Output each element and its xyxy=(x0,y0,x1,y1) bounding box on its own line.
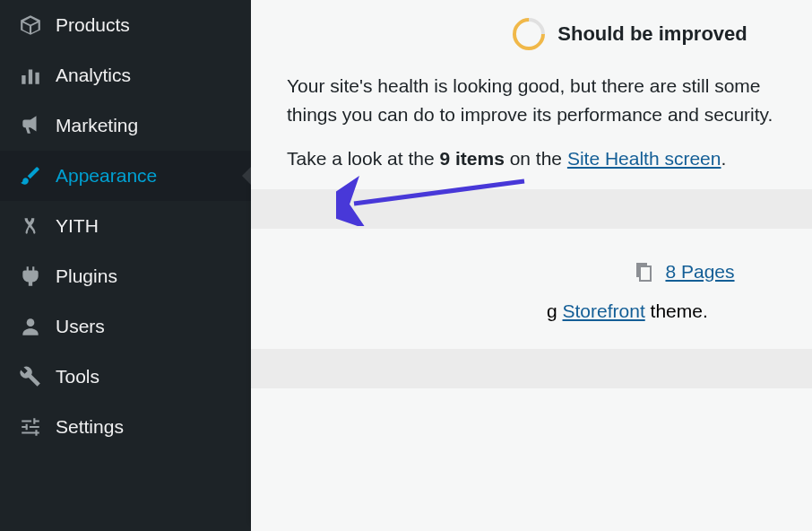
sidebar-item-settings[interactable]: Settings xyxy=(0,402,251,452)
sidebar-item-label: Users xyxy=(56,316,233,337)
sidebar-item-label: YITH xyxy=(56,215,233,237)
sidebar-item-label: Appearance xyxy=(56,165,233,187)
text: Take a look at the xyxy=(287,148,439,169)
sidebar-item-marketing[interactable]: Marketing xyxy=(0,100,251,151)
sidebar-item-label: Products xyxy=(56,14,233,36)
sidebar-item-products[interactable]: Products xyxy=(0,0,251,50)
sidebar-item-tools[interactable]: Tools xyxy=(0,352,251,402)
health-items-line: Take a look at the 9 items on the Site H… xyxy=(287,144,776,173)
wrench-icon xyxy=(18,364,43,389)
text: . xyxy=(721,148,726,169)
sidebar-item-plugins[interactable]: Plugins xyxy=(0,251,251,301)
pages-icon xyxy=(633,261,654,283)
sidebar-item-label: Settings xyxy=(56,416,233,438)
bar-chart-icon xyxy=(18,63,43,88)
sidebar-item-yith[interactable]: YITH xyxy=(0,201,251,251)
svg-rect-0 xyxy=(22,75,25,84)
main-content: Should be improved Your site's health is… xyxy=(251,0,812,531)
admin-sidebar: Products Analytics Marketing Appearance … xyxy=(0,0,251,531)
sidebar-item-analytics[interactable]: Analytics xyxy=(0,50,251,100)
sidebar-item-label: Analytics xyxy=(56,65,233,86)
pages-count-link[interactable]: 8 Pages xyxy=(665,261,734,283)
svg-rect-5 xyxy=(640,266,651,281)
yith-icon xyxy=(18,213,43,239)
site-health-link[interactable]: Site Health screen xyxy=(567,148,721,169)
pages-stat: 8 Pages xyxy=(592,243,776,300)
svg-rect-2 xyxy=(35,73,39,84)
theme-name-link[interactable]: Storefront xyxy=(563,300,645,321)
sliders-icon xyxy=(18,414,43,440)
megaphone-icon xyxy=(18,113,43,138)
sidebar-item-users[interactable]: Users xyxy=(0,301,251,352)
health-status-text: Should be improved xyxy=(557,22,747,46)
sidebar-item-label: Tools xyxy=(56,366,233,387)
box-icon xyxy=(18,13,43,38)
sidebar-item-appearance[interactable]: Appearance xyxy=(0,151,251,201)
health-progress-circle-icon xyxy=(506,12,552,57)
text: g xyxy=(547,300,563,321)
text: theme. xyxy=(645,300,708,321)
sidebar-item-label: Marketing xyxy=(56,115,233,136)
divider xyxy=(251,349,812,388)
plug-icon xyxy=(18,264,43,289)
brush-icon xyxy=(18,163,43,188)
items-count: 9 items xyxy=(439,148,504,169)
health-description: Your site's health is looking good, but … xyxy=(287,72,776,128)
theme-info: g Storefront theme. xyxy=(547,300,776,322)
svg-point-3 xyxy=(27,318,35,326)
sidebar-item-label: Plugins xyxy=(56,266,233,287)
svg-rect-1 xyxy=(29,70,32,84)
text: on the xyxy=(505,148,567,169)
divider xyxy=(251,189,812,229)
user-icon xyxy=(18,314,43,339)
site-health-widget: Should be improved xyxy=(484,18,776,50)
